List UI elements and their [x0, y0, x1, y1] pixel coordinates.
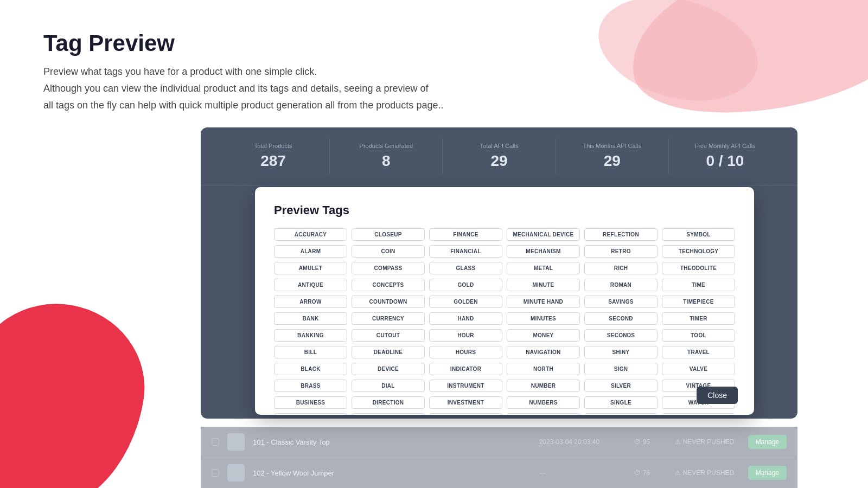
- tag-badge: CASH: [274, 413, 347, 415]
- tag-badge: ARROW: [274, 296, 347, 308]
- desc-line2: Although you can view the individual pro…: [43, 83, 428, 94]
- row-status: ⚠ NEVER PUSHED: [675, 438, 740, 446]
- row-product-name: 101 - Classic Varsity Top: [253, 438, 531, 446]
- preview-tags-modal: Preview Tags ACCURACYCLOSEUPFINANCEMECHA…: [255, 187, 754, 415]
- stat-total-api-calls-value: 29: [451, 152, 547, 170]
- tag-badge: SIGN: [584, 363, 658, 375]
- tag-badge: MINUTE HAND: [507, 296, 580, 308]
- status-icon: ⚠: [675, 469, 681, 477]
- stat-free-monthly-label: Free Monthly API Calls: [677, 143, 773, 149]
- stat-this-months-calls: This Months API Calls 29: [556, 138, 669, 174]
- tag-badge: BLACK: [274, 363, 347, 375]
- row-thumbnail: [227, 464, 245, 481]
- stats-bar: Total Products 287 Products Generated 8 …: [201, 127, 797, 185]
- tag-badge: CURRENCY: [352, 312, 425, 325]
- stat-total-products: Total Products 287: [217, 138, 330, 174]
- tag-badge: HOUR: [429, 329, 502, 342]
- manage-button[interactable]: Manage: [748, 435, 787, 449]
- tag-badge: SINGLE: [584, 396, 658, 409]
- tag-badge: REFLECTION: [584, 228, 658, 241]
- tag-badge: SILVER: [584, 380, 658, 392]
- tag-badge: ANTIQUE: [274, 279, 347, 291]
- row-product-name: 102 - Yellow Wool Jumper: [253, 469, 531, 477]
- tag-badge: COMPASS: [352, 262, 425, 274]
- tag-badge: CONCEPTS: [352, 279, 425, 291]
- row-date: —: [539, 469, 626, 477]
- tag-badge: FINANCIAL: [429, 245, 502, 258]
- stat-free-monthly-calls: Free Monthly API Calls 0 / 10: [669, 138, 781, 174]
- tag-badge: METAL: [507, 262, 580, 274]
- tag-badge: EAST: [352, 413, 425, 415]
- page-title: Tag Preview: [43, 30, 443, 57]
- tag-badge: SOUTH: [584, 413, 658, 415]
- decorative-blob-bottom-left: [0, 290, 158, 488]
- tag-badge: GLASS: [429, 262, 502, 274]
- tag-badge: THEODOLITE: [662, 262, 735, 274]
- tag-badge: BILL: [274, 346, 347, 358]
- row-status: ⚠ NEVER PUSHED: [675, 469, 740, 477]
- tag-badge: TIME: [662, 279, 735, 291]
- stat-products-generated-value: 8: [338, 152, 434, 170]
- tag-badge: NAVIGATION: [507, 346, 580, 358]
- tag-badge: NORTH: [507, 363, 580, 375]
- products-table: 101 - Classic Varsity Top 2023-03-04 20:…: [201, 427, 797, 488]
- modal-title: Preview Tags: [274, 203, 735, 217]
- row-count: ⏱ 76: [634, 469, 667, 477]
- row-checkbox[interactable]: [212, 469, 219, 477]
- tag-badge: DEVICE: [352, 363, 425, 375]
- tag-badge: DIRECTION: [352, 396, 425, 409]
- close-button[interactable]: Close: [697, 387, 738, 404]
- tag-badge: GOLD: [429, 279, 502, 291]
- tag-badge: BANK: [274, 312, 347, 325]
- tag-badge: ALARM: [274, 245, 347, 258]
- stat-total-products-value: 287: [225, 152, 321, 170]
- tag-badge: TIMER: [662, 312, 735, 325]
- tag-badge: HOURS: [429, 346, 502, 358]
- row-checkbox[interactable]: [212, 438, 219, 446]
- tag-badge: DIAL: [352, 380, 425, 392]
- tag-badge: MECHANISM: [507, 245, 580, 258]
- tag-badge: NUMBERS: [507, 396, 580, 409]
- tag-badge: COUNTDOWN: [352, 296, 425, 308]
- tag-badge: TECHNOLOGY: [662, 245, 735, 258]
- tag-badge: INVESTMENT: [429, 396, 502, 409]
- page-description: Preview what tags you have for a product…: [43, 63, 443, 113]
- tag-badge: ROMAN: [584, 279, 658, 291]
- tag-badge: SHINY: [584, 346, 658, 358]
- tag-badge: BANKING: [274, 329, 347, 342]
- stat-total-api-calls: Total API Calls 29: [443, 138, 556, 174]
- tag-badge: NUMBER: [507, 380, 580, 392]
- desc-line1: Preview what tags you have for a product…: [43, 66, 317, 77]
- tag-badge: HAND: [429, 312, 502, 325]
- tag-badge: TIMEPIECE: [662, 296, 735, 308]
- tag-badge: WEALTH: [662, 413, 735, 415]
- tag-badge: VALVE: [662, 363, 735, 375]
- clock-icon: ⏱: [634, 438, 641, 446]
- tag-badge: MECHANICAL DEVICE: [507, 228, 580, 241]
- tag-badge: AMULET: [274, 262, 347, 274]
- table-row: 101 - Classic Varsity Top 2023-03-04 20:…: [201, 427, 797, 457]
- tag-badge: O CLOCK: [507, 413, 580, 415]
- tag-badge: JEWELRY: [429, 413, 502, 415]
- tag-badge: MINUTE: [507, 279, 580, 291]
- table-row: 102 - Yellow Wool Jumper — ⏱ 76 ⚠ NEVER …: [201, 457, 797, 488]
- tags-grid: ACCURACYCLOSEUPFINANCEMECHANICAL DEVICER…: [274, 228, 735, 415]
- tag-badge: FINANCE: [429, 228, 502, 241]
- close-button-area: Close: [697, 387, 738, 404]
- tag-badge: GOLDEN: [429, 296, 502, 308]
- stat-this-months-label: This Months API Calls: [564, 143, 660, 149]
- tag-badge: DEADLINE: [352, 346, 425, 358]
- tag-badge: CUTOUT: [352, 329, 425, 342]
- stat-products-generated-label: Products Generated: [338, 143, 434, 149]
- row-thumbnail: [227, 433, 245, 451]
- tag-badge: MONEY: [507, 329, 580, 342]
- tag-badge: RICH: [584, 262, 658, 274]
- stat-this-months-value: 29: [564, 152, 660, 170]
- tag-badge: SECOND: [584, 312, 658, 325]
- row-count: ⏱ 95: [634, 438, 667, 446]
- tag-badge: CLOSEUP: [352, 228, 425, 241]
- manage-button[interactable]: Manage: [748, 466, 787, 480]
- tag-badge: BRASS: [274, 380, 347, 392]
- tag-badge: MINUTES: [507, 312, 580, 325]
- tag-badge: SYMBOL: [662, 228, 735, 241]
